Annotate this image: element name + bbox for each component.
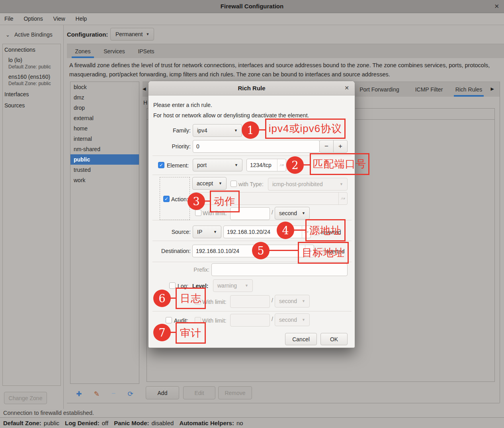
audit-limit-unit-dropdown: second ▼ [275,313,310,326]
main-tab-strip: Zones Services IPSets [67,44,504,58]
chevron-down-icon: ▼ [302,318,305,322]
add-zone-icon[interactable]: ✚ [76,390,82,398]
annotation-circle-7: 7 [153,324,171,341]
chevron-down-icon: ▼ [302,211,305,215]
menu-options[interactable]: Options [19,16,47,22]
connection-lo[interactable]: lo (lo) [3,54,61,63]
prefix-label: Prefix: [168,267,209,273]
element-type-dropdown[interactable]: port ▼ [193,159,242,171]
zone-item[interactable]: dmz [70,92,139,103]
tab-services[interactable]: Services [101,44,128,58]
zone-item[interactable]: external [70,113,139,123]
audit-with-limit-label: With limit: [202,317,227,324]
configuration-label: Configuration: [67,31,108,38]
menu-help[interactable]: Help [71,16,92,22]
panel-border [67,403,500,403]
action-checkbox[interactable]: ✓ [163,196,170,202]
element-label: Element: [167,162,189,169]
zone-item[interactable]: internal [70,134,139,144]
with-type-label: with Type: [238,181,264,187]
annotation-label-5: 目标地址 [298,242,349,264]
chevron-down-icon: ▼ [234,128,238,132]
limit-slash: / [272,297,273,303]
dialog-close-icon[interactable]: ✕ [344,85,349,91]
window-close-icon[interactable]: ✕ [494,3,499,10]
log-with-limit-label: With limit: [202,299,227,305]
annotation-label-4: 源地址 [305,219,346,241]
entry-edit-icon: A▾ [277,159,286,171]
tab-zones[interactable]: Zones [72,44,94,58]
action-with-limit-checkbox[interactable] [195,210,201,216]
annotation-circle-1: 1 [242,121,259,139]
tab-rich-rules[interactable]: Rich Rules [454,82,484,97]
log-checkbox[interactable] [169,282,176,289]
menu-view[interactable]: View [49,16,70,22]
chevron-down-icon: ▼ [219,181,222,185]
annotation-connector [170,298,176,299]
entry-edit-icon: A▾ [338,193,347,204]
zone-item[interactable]: home [70,123,139,134]
family-dropdown[interactable]: ipv4 ▼ [193,124,242,137]
chevron-down-icon: ▼ [340,182,343,186]
audit-checkbox[interactable] [166,317,172,323]
dialog-hint-2: For host or network allow or denylisting… [153,112,309,119]
source-type-dropdown[interactable]: IP ▼ [193,226,221,238]
limit-slash: / [272,316,273,322]
sidebar: ⌄ Active Bindings Connections lo (lo) De… [0,25,64,409]
annotation-connector [303,164,310,165]
zone-item[interactable]: block [70,82,139,92]
priority-input[interactable]: 0 [193,140,320,153]
zone-item[interactable]: nm-shared [70,144,139,154]
destination-label: Destination: [148,248,191,254]
remove-rule-button: Remove [218,386,252,399]
icmp-type-dropdown: icmp-host-prohibited ▼ [268,178,348,191]
configuration-dropdown[interactable]: Permanent ▼ [110,28,154,41]
edit-zone-icon[interactable]: ✎ [94,390,100,398]
zone-item[interactable]: drop [70,103,139,113]
chevron-down-icon: ▼ [234,163,238,167]
connection-ens160[interactable]: ens160 (ens160) [3,70,61,80]
separator [152,311,352,311]
priority-decrement-button[interactable]: − [319,140,334,153]
cancel-button[interactable]: Cancel [285,333,317,345]
tab-ipsets[interactable]: IPSets [135,44,157,58]
sidebar-item-sources[interactable]: Sources [3,98,61,109]
annotation-connector [170,332,176,333]
source-input[interactable]: 192.168.10.20/24 A▾ [223,226,311,238]
log-level-dropdown: warning ▼ [213,279,253,292]
active-bindings-header[interactable]: ⌄ Active Bindings [6,31,53,38]
bindings-list: Connections lo (lo) Default Zone: public… [2,44,61,386]
zone-item[interactable]: work [70,175,139,185]
action-limit-unit-dropdown[interactable]: second ▼ [275,207,310,220]
menu-file[interactable]: File [0,16,18,22]
zone-item[interactable]: trusted [70,165,139,175]
annotation-circle-6: 6 [153,290,171,307]
prefix-input [211,263,348,276]
connection-status: Connection to firewalld established. [3,410,94,416]
ok-button[interactable]: OK [320,333,348,345]
sidebar-item-interfaces[interactable]: Interfaces [3,87,61,98]
zone-item-selected[interactable]: public [70,154,139,165]
tab-port-forwarding[interactable]: Port Forwarding [356,82,403,97]
element-value-input[interactable]: 1234/tcp A▾ [246,159,286,171]
chevron-down-icon: ▼ [213,230,217,234]
active-tab-underline [72,56,94,58]
add-rule-button[interactable]: Add [146,386,179,399]
element-checkbox[interactable]: ✓ [158,162,164,168]
tab-icmp-filter[interactable]: ICMP Filter [410,82,448,97]
priority-increment-button[interactable]: + [333,140,348,153]
action-dropdown[interactable]: accept ▼ [192,177,227,190]
zone-description: A firewalld zone defines the level of tr… [69,61,499,79]
tab-scroll-left-icon[interactable]: ◀ [143,86,146,91]
chevron-down-icon: ▼ [302,299,305,303]
action-label: Action: [171,196,188,202]
dialog-hint-1: Please enter a rich rule. [153,102,212,108]
sidebar-item-connections[interactable]: Connections [3,44,61,54]
chevron-down-icon: ▼ [245,284,248,288]
annotation-circle-3: 3 [188,193,205,210]
reload-icon[interactable]: ⟳ [128,390,133,398]
status-bar: Default Zone:public Log Denied:off Panic… [0,417,504,428]
with-type-checkbox[interactable] [231,181,237,187]
active-tab-underline [454,95,484,97]
tab-scroll-right-icon[interactable]: ▶ [491,86,494,91]
